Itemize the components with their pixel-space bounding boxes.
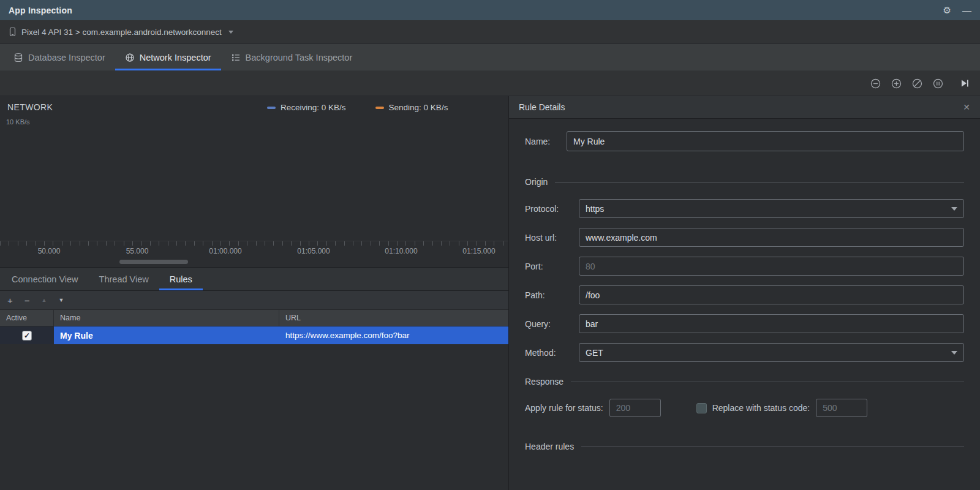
view-tab-bar: Connection View Thread View Rules <box>0 267 508 291</box>
timeline-tick: 55.000 <box>126 247 149 255</box>
timeline-axis: 50.000 55.000 01:00.000 01:05.000 01:10.… <box>0 241 508 258</box>
zoom-in-button[interactable] <box>891 78 902 89</box>
timeline-tick: 01:15.000 <box>462 247 495 255</box>
tab-thread-view[interactable]: Thread View <box>89 268 159 290</box>
protocol-value: https <box>586 204 604 214</box>
origin-section-label: Origin <box>525 177 548 187</box>
chart-title: NETWORK <box>7 102 53 112</box>
chevron-down-icon <box>951 351 957 355</box>
rule-name-cell: My Rule <box>54 326 279 344</box>
path-label: Path: <box>525 290 579 300</box>
legend-receiving-label: Receiving: 0 KB/s <box>281 103 346 112</box>
replace-status-label: Replace with status code: <box>712 403 810 413</box>
timeline-scrollbar-thumb[interactable] <box>119 260 188 264</box>
globe-icon <box>125 53 135 62</box>
query-input[interactable] <box>579 314 964 333</box>
timeline-tick: 01:10.000 <box>385 247 417 255</box>
protocol-dropdown[interactable]: https <box>579 199 964 218</box>
column-header-name[interactable]: Name <box>54 310 279 326</box>
network-pane: NETWORK 10 KB/s Receiving: 0 KB/s Sendin… <box>0 96 509 490</box>
header-rules-section-label: Header rules <box>525 442 574 451</box>
apply-status-label: Apply rule for status: <box>525 403 603 413</box>
table-row[interactable]: ✓ My Rule https://www.example.com/foo?ba… <box>0 326 508 344</box>
tab-background-task-inspector[interactable]: Background Task Inspector <box>221 44 363 70</box>
receiving-swatch-icon <box>267 107 276 109</box>
column-header-active[interactable]: Active <box>0 310 54 326</box>
replace-status-input[interactable] <box>816 399 867 417</box>
rule-active-checkbox[interactable]: ✓ <box>22 331 32 341</box>
section-divider <box>555 182 964 183</box>
tab-label: Connection View <box>12 274 78 284</box>
chevron-down-icon <box>228 31 233 34</box>
timeline-tick-marks <box>0 241 508 246</box>
timeline-tick: 50.000 <box>38 247 61 255</box>
tab-rules[interactable]: Rules <box>159 268 203 290</box>
rule-details-panel: Rule Details ✕ Name: Origin Protocol: <box>509 96 980 490</box>
device-process-bar: Pixel 4 API 31 > com.example.android.net… <box>0 20 980 44</box>
host-url-row: Host url: <box>525 228 964 247</box>
device-process-selector[interactable]: Pixel 4 API 31 > com.example.android.net… <box>21 28 222 37</box>
header-rules-section-header: Header rules <box>525 442 964 451</box>
host-url-input[interactable] <box>579 228 964 247</box>
minimize-icon[interactable]: — <box>962 6 971 15</box>
legend-sending: Sending: 0 KB/s <box>375 103 448 112</box>
title-bar: App Inspection ⚙ — <box>0 0 980 20</box>
rule-details-form: Name: Origin Protocol: https Host u <box>509 119 980 490</box>
network-chart[interactable]: NETWORK 10 KB/s Receiving: 0 KB/s Sendin… <box>0 96 508 241</box>
tab-label: Background Task Inspector <box>246 53 353 62</box>
column-header-url[interactable]: URL <box>279 310 508 326</box>
sending-swatch-icon <box>375 107 384 109</box>
rules-table-header: Active Name URL <box>0 310 508 326</box>
main-content: NETWORK 10 KB/s Receiving: 0 KB/s Sendin… <box>0 96 980 490</box>
rule-url-cell: https://www.example.com/foo?bar <box>279 326 508 344</box>
tab-connection-view[interactable]: Connection View <box>1 268 89 290</box>
query-row: Query: <box>525 314 964 333</box>
database-icon <box>13 53 23 62</box>
tab-label: Network Inspector <box>140 53 211 62</box>
name-input[interactable] <box>567 131 964 151</box>
tab-database-inspector[interactable]: Database Inspector <box>4 44 115 70</box>
legend-receiving: Receiving: 0 KB/s <box>267 103 346 112</box>
reset-zoom-button[interactable] <box>911 78 923 89</box>
timeline-scrollbar <box>0 258 508 267</box>
window-title: App Inspection <box>9 6 72 15</box>
numbered-list-icon <box>231 53 241 62</box>
apply-status-input[interactable] <box>609 399 661 417</box>
app-inspection-window: App Inspection ⚙ — Pixel 4 API 31 > com.… <box>0 0 980 490</box>
port-label: Port: <box>525 262 579 271</box>
path-row: Path: <box>525 285 964 304</box>
device-phone-icon <box>7 27 17 37</box>
section-divider <box>571 382 964 382</box>
method-label: Method: <box>525 348 579 358</box>
rule-active-cell: ✓ <box>0 326 54 344</box>
zoom-toolbar <box>0 71 980 96</box>
rule-url: https://www.example.com/foo?bar <box>285 331 410 340</box>
method-dropdown[interactable]: GET <box>579 343 964 362</box>
move-rule-up-button[interactable]: ▲ <box>42 298 47 303</box>
add-rule-button[interactable]: + <box>7 296 13 305</box>
move-rule-down-button[interactable]: ▼ <box>58 298 64 303</box>
tab-label: Database Inspector <box>28 53 105 62</box>
check-icon: ✓ <box>24 331 30 340</box>
method-value: GET <box>586 348 603 358</box>
name-row: Name: <box>525 131 964 151</box>
zoom-to-selection-button[interactable] <box>932 78 944 89</box>
port-row: Port: <box>525 257 964 276</box>
timeline-tick: 01:05.000 <box>297 247 330 255</box>
tab-network-inspector[interactable]: Network Inspector <box>115 44 221 70</box>
status-code-row: Apply rule for status: Replace with stat… <box>525 399 964 417</box>
close-icon[interactable]: ✕ <box>963 102 970 112</box>
zoom-out-button[interactable] <box>870 78 881 89</box>
remove-rule-button[interactable]: − <box>24 296 30 305</box>
replace-status-checkbox[interactable] <box>696 403 707 413</box>
port-input[interactable] <box>579 257 964 276</box>
panel-title: Rule Details <box>519 102 565 112</box>
response-section-header: Response <box>525 377 964 386</box>
name-label: Name: <box>525 137 567 146</box>
rules-table-empty-area <box>0 344 508 490</box>
path-input[interactable] <box>579 285 964 304</box>
settings-gear-icon[interactable]: ⚙ <box>943 6 951 15</box>
jump-to-live-button[interactable] <box>959 78 970 89</box>
rule-details-header: Rule Details ✕ <box>509 96 980 119</box>
protocol-label: Protocol: <box>525 204 579 214</box>
